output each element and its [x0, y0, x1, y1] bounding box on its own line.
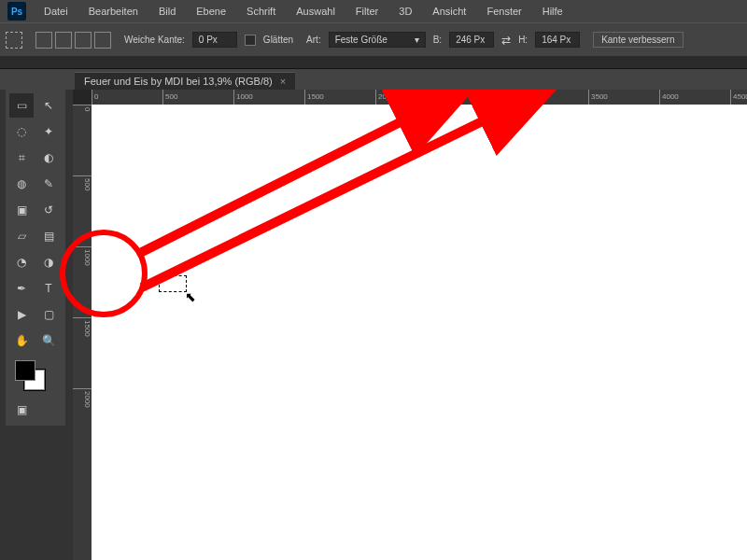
tool-zoom[interactable]: 🔍: [36, 329, 61, 353]
menubar: Ps DateiBearbeitenBildEbeneSchriftAuswah…: [0, 0, 747, 22]
ruler-tick: 1500: [304, 90, 324, 105]
cursor-icon: ⬉: [185, 289, 196, 304]
tool-history-brush[interactable]: ↺: [36, 198, 61, 222]
tool-healing[interactable]: ◍: [9, 172, 34, 196]
healing-icon: ◍: [17, 177, 26, 190]
move-icon: ↖: [44, 99, 53, 112]
width-label: B:: [433, 35, 442, 45]
canvas[interactable]: ⬉: [92, 105, 747, 560]
menu-3d[interactable]: 3D: [390, 3, 420, 20]
new-selection-icon[interactable]: [35, 32, 52, 49]
crop-icon: ⌗: [19, 151, 25, 164]
app-logo: Ps: [7, 2, 26, 21]
shape-icon: ▢: [44, 308, 54, 321]
tool-pen[interactable]: ✒: [9, 276, 34, 301]
color-swatch[interactable]: [9, 358, 62, 396]
add-selection-icon[interactable]: [55, 32, 72, 49]
menu-hilfe[interactable]: Hilfe: [534, 3, 571, 20]
quickmask-icon: ▣: [17, 403, 27, 416]
chrome-strip: [0, 56, 747, 69]
antialias-checkbox[interactable]: [245, 35, 256, 46]
menu-ebene[interactable]: Ebene: [188, 3, 234, 20]
ruler-tick: 2000: [375, 90, 395, 105]
tool-dodge[interactable]: ◑: [36, 250, 61, 274]
tool-shape[interactable]: ▢: [36, 302, 61, 327]
document-tab-bar: Feuer und Eis by MDI bei 13,9% (RGB/8) ×: [0, 69, 747, 90]
document-tab-title: Feuer und Eis by MDI bei 13,9% (RGB/8): [84, 76, 273, 87]
stamp-icon: ▣: [17, 203, 27, 217]
tool-eyedropper[interactable]: ◐: [36, 146, 61, 170]
menu-datei[interactable]: Datei: [35, 3, 77, 20]
tool-move[interactable]: ↖: [36, 93, 61, 118]
quickmask-toggle[interactable]: ▣: [9, 398, 34, 422]
tool-blur[interactable]: ◔: [9, 250, 34, 274]
foreground-swatch[interactable]: [15, 360, 35, 381]
tool-type[interactable]: T: [36, 276, 61, 301]
tool-gradient[interactable]: ▤: [36, 224, 61, 248]
pen-icon: ✒: [17, 282, 26, 295]
menu-bearbeiten[interactable]: Bearbeiten: [80, 3, 147, 20]
menu-bild[interactable]: Bild: [150, 3, 184, 20]
height-input[interactable]: 164 Px: [535, 32, 580, 48]
blur-icon: ◔: [17, 256, 26, 269]
subtract-selection-icon[interactable]: [75, 32, 92, 49]
swap-dimensions-icon[interactable]: ⇄: [501, 34, 511, 47]
ruler-tick: 1000: [73, 246, 92, 266]
tool-wand[interactable]: ✦: [36, 119, 61, 144]
refine-edge-button[interactable]: Kante verbessern: [593, 32, 683, 48]
antialias-label: Glätten: [263, 35, 293, 45]
marquee-indicator-icon: [6, 32, 22, 49]
ruler-horizontal: 050010001500200025003000350040004500: [92, 90, 747, 105]
dodge-icon: ◑: [44, 256, 53, 269]
menu-fenster[interactable]: Fenster: [478, 3, 529, 20]
menu-ansicht[interactable]: Ansicht: [424, 3, 474, 20]
feather-label: Weiche Kante:: [124, 35, 185, 45]
eyedropper-icon: ◐: [44, 151, 53, 164]
style-select[interactable]: Feste Größe▾: [329, 32, 426, 48]
ruler-tick: 1500: [73, 317, 92, 337]
ruler-vertical: 0500100015002000: [73, 105, 92, 560]
ruler-tick: 3000: [517, 90, 537, 105]
height-label: H:: [518, 35, 528, 45]
close-tab-icon[interactable]: ×: [280, 76, 286, 87]
tool-stamp[interactable]: ▣: [9, 198, 34, 222]
tool-eraser[interactable]: ▱: [9, 224, 34, 248]
lasso-icon: ◌: [17, 125, 26, 138]
ruler-tick: 4000: [659, 90, 679, 105]
width-input[interactable]: 246 Px: [449, 32, 494, 48]
marquee-icon: ▭: [17, 99, 27, 112]
selection-marquee: [159, 275, 187, 292]
ruler-tick: 2500: [446, 90, 466, 105]
path-select-icon: ▶: [18, 308, 26, 321]
intersect-selection-icon[interactable]: [94, 32, 111, 49]
ruler-tick: 3500: [588, 90, 608, 105]
history-brush-icon: ↺: [44, 203, 53, 217]
tool-marquee[interactable]: ▭: [9, 93, 34, 118]
ruler-tick: 500: [162, 90, 177, 105]
tool-lasso[interactable]: ◌: [9, 119, 34, 144]
ruler-tick: 2000: [73, 388, 92, 408]
brush-icon: ✎: [44, 177, 53, 190]
options-bar: Weiche Kante: 0 Px Glätten Art: Feste Gr…: [0, 22, 747, 56]
menu-filter[interactable]: Filter: [347, 3, 387, 20]
ruler-tick: 4500: [730, 90, 747, 105]
document-tab[interactable]: Feuer und Eis by MDI bei 13,9% (RGB/8) ×: [75, 72, 295, 90]
menu-auswahl[interactable]: Auswahl: [288, 3, 344, 20]
ruler-tick: 500: [73, 175, 92, 190]
tool-hand[interactable]: ✋: [9, 329, 34, 353]
gradient-icon: ▤: [44, 230, 54, 243]
wand-icon: ✦: [44, 125, 53, 138]
workspace: 050010001500200025003000350040004500 050…: [73, 90, 747, 560]
menu-schrift[interactable]: Schrift: [238, 3, 284, 20]
tool-crop[interactable]: ⌗: [9, 146, 34, 170]
feather-input[interactable]: 0 Px: [192, 32, 237, 48]
eraser-icon: ▱: [18, 230, 26, 243]
tool-brush[interactable]: ✎: [36, 172, 61, 196]
tool-path-select[interactable]: ▶: [9, 302, 34, 327]
zoom-icon: 🔍: [42, 334, 56, 347]
ruler-tick: 1000: [233, 90, 253, 105]
toolbox: ▭↖◌✦⌗◐◍✎▣↺▱▤◔◑✒T▶▢✋🔍▣: [6, 90, 65, 426]
ruler-tick: 0: [92, 90, 98, 105]
style-label: Art:: [306, 35, 321, 45]
type-icon: T: [45, 282, 51, 295]
